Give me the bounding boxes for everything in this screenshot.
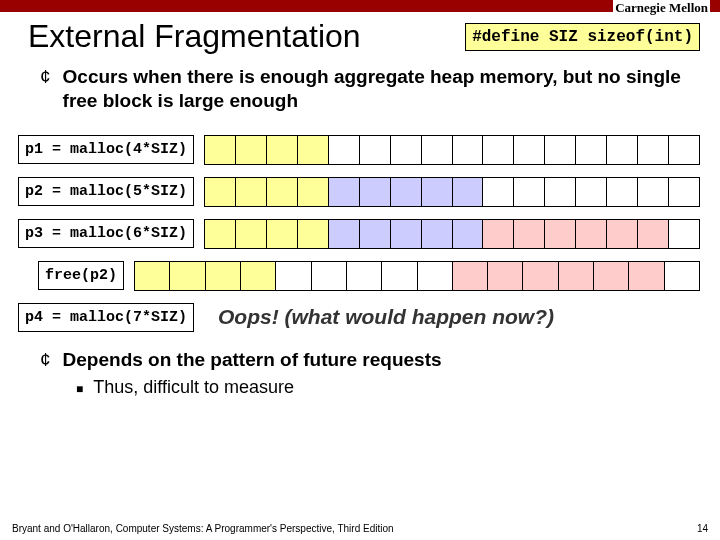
bullet-icon: ¢	[40, 348, 51, 372]
bullet-list-2: ¢ Depends on the pattern of future reque…	[0, 338, 720, 412]
heap-cell	[391, 136, 422, 164]
heap-cell	[267, 220, 298, 248]
footer-credit: Bryant and O'Hallaron, Computer Systems:…	[12, 523, 394, 534]
heap-cell	[669, 220, 699, 248]
heap-cell	[236, 220, 267, 248]
heap-cell	[206, 262, 241, 290]
footer: Bryant and O'Hallaron, Computer Systems:…	[12, 523, 708, 534]
heap-cell	[483, 178, 514, 206]
institution-label: Carnegie Mellon	[613, 0, 710, 16]
header-bar	[0, 0, 720, 12]
heap-cell	[453, 262, 488, 290]
code-p4: p4 = malloc(7*SIZ)	[18, 303, 194, 332]
bullet-2: ¢ Depends on the pattern of future reque…	[40, 348, 690, 372]
title-row: External Fragmentation #define SIZ sizeo…	[0, 12, 720, 61]
heap-cell	[514, 178, 545, 206]
heap-cell	[514, 220, 545, 248]
heap-cell	[360, 178, 391, 206]
heap-cell	[360, 220, 391, 248]
code-p1: p1 = malloc(4*SIZ)	[18, 135, 194, 164]
code-free: free(p2)	[38, 261, 124, 290]
heap-state-1	[204, 135, 700, 165]
code-p2: p2 = malloc(5*SIZ)	[18, 177, 194, 206]
heap-cell	[298, 220, 329, 248]
heap-cell	[422, 178, 453, 206]
code-p3: p3 = malloc(6*SIZ)	[18, 219, 194, 248]
heap-cell	[298, 136, 329, 164]
heap-cell	[638, 136, 669, 164]
heap-cell	[422, 220, 453, 248]
heap-cell	[298, 178, 329, 206]
heap-cell	[360, 136, 391, 164]
heap-state-4	[134, 261, 700, 291]
square-icon: ■	[76, 377, 83, 401]
heap-cell	[329, 220, 360, 248]
bullet-icon: ¢	[40, 65, 51, 113]
heap-cell	[453, 220, 484, 248]
heap-cell	[267, 178, 298, 206]
heap-cell	[236, 178, 267, 206]
heap-cell	[629, 262, 664, 290]
heap-cell	[329, 178, 360, 206]
bullet-list-1: ¢ Occurs when there is enough aggregate …	[0, 61, 720, 129]
heap-cell	[483, 220, 514, 248]
heap-cell	[523, 262, 558, 290]
heap-cell	[665, 262, 699, 290]
heap-cell	[391, 178, 422, 206]
heap-cell	[347, 262, 382, 290]
heap-cell	[391, 220, 422, 248]
heap-cell	[276, 262, 311, 290]
heap-cell	[514, 136, 545, 164]
heap-cell	[545, 220, 576, 248]
bullet-1: ¢ Occurs when there is enough aggregate …	[40, 65, 690, 113]
heap-cell	[576, 178, 607, 206]
heap-row-3: p3 = malloc(6*SIZ)	[0, 213, 720, 255]
heap-cell	[488, 262, 523, 290]
heap-cell	[607, 136, 638, 164]
heap-cell	[576, 136, 607, 164]
heap-cell	[312, 262, 347, 290]
heap-row-4: free(p2)	[0, 255, 720, 297]
heap-cell	[382, 262, 417, 290]
heap-cell	[453, 178, 484, 206]
oops-text: Oops! (what would happen now?)	[204, 305, 554, 329]
heap-cell	[453, 136, 484, 164]
heap-row-1: p1 = malloc(4*SIZ)	[0, 129, 720, 171]
heap-cell	[669, 178, 699, 206]
heap-cell	[205, 178, 236, 206]
heap-cell	[576, 220, 607, 248]
heap-cell	[559, 262, 594, 290]
page-title: External Fragmentation	[28, 18, 361, 55]
heap-state-3	[204, 219, 700, 249]
heap-cell	[236, 136, 267, 164]
heap-cell	[638, 178, 669, 206]
heap-cell	[170, 262, 205, 290]
heap-cell	[135, 262, 170, 290]
heap-cell	[241, 262, 276, 290]
heap-cell	[483, 136, 514, 164]
subbullet-1-text: Thus, difficult to measure	[93, 377, 294, 401]
heap-cell	[545, 136, 576, 164]
define-code: #define SIZ sizeof(int)	[465, 23, 700, 51]
heap-cell	[205, 136, 236, 164]
heap-cell	[418, 262, 453, 290]
bullet-2-text: Depends on the pattern of future request…	[63, 348, 442, 372]
heap-cell	[607, 178, 638, 206]
heap-cell	[205, 220, 236, 248]
heap-cell	[607, 220, 638, 248]
page-number: 14	[697, 523, 708, 534]
heap-row-2: p2 = malloc(5*SIZ)	[0, 171, 720, 213]
heap-state-2	[204, 177, 700, 207]
heap-cell	[545, 178, 576, 206]
bullet-1-text: Occurs when there is enough aggregate he…	[63, 65, 690, 113]
heap-cell	[329, 136, 360, 164]
heap-cell	[638, 220, 669, 248]
heap-cell	[669, 136, 699, 164]
heap-cell	[267, 136, 298, 164]
heap-cell	[422, 136, 453, 164]
heap-row-5: p4 = malloc(7*SIZ) Oops! (what would hap…	[0, 297, 720, 338]
subbullet-1: ■ Thus, difficult to measure	[40, 377, 690, 401]
heap-cell	[594, 262, 629, 290]
